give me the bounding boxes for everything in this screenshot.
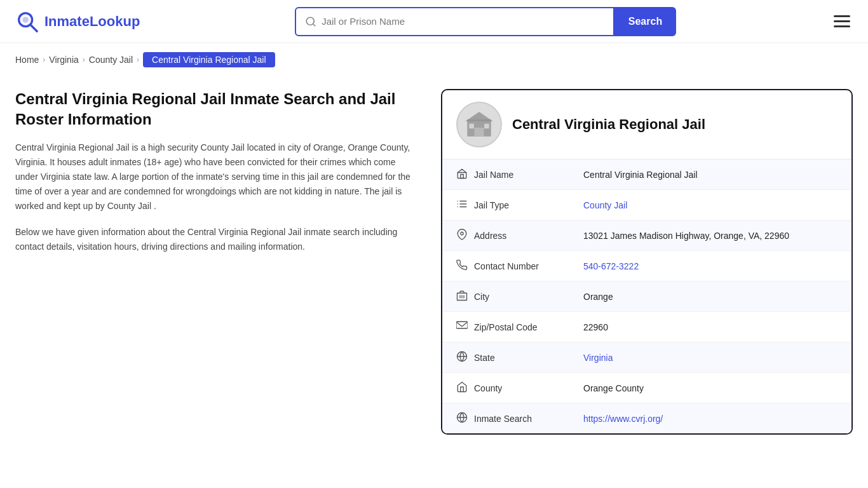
table-row: Contact Number540-672-3222 [442, 251, 851, 281]
svg-rect-10 [467, 119, 491, 121]
row-label-text: Jail Name [474, 170, 513, 180]
row-value-link[interactable]: https://www.cvrj.org/ [583, 414, 663, 424]
row-icon-wrap: Inmate Search [456, 412, 555, 425]
row-label-text: County [474, 383, 502, 393]
search-input[interactable] [322, 16, 604, 27]
row-label-text: Jail Type [474, 200, 509, 210]
globe-icon [456, 351, 468, 364]
svg-point-2 [22, 17, 29, 23]
row-icon-wrap: Address [456, 229, 555, 242]
row-label: City [442, 281, 569, 312]
breadcrumb-county-jail[interactable]: County Jail [89, 55, 133, 65]
svg-line-1 [31, 24, 37, 30]
page-description2: Below we have given information about th… [15, 225, 416, 254]
svg-rect-12 [461, 175, 464, 179]
row-icon-wrap: Zip/Postal Code [456, 320, 555, 334]
breadcrumb-current: Central Virginia Regional Jail [143, 52, 275, 67]
row-value-link[interactable]: County Jail [583, 200, 627, 210]
hamburger-line-3 [834, 25, 850, 27]
globe2-icon [456, 412, 468, 425]
row-icon-wrap: County [456, 381, 555, 395]
svg-rect-9 [484, 124, 489, 129]
row-value[interactable]: https://www.cvrj.org/ [569, 403, 851, 434]
svg-rect-8 [469, 124, 474, 129]
jail-icon [456, 168, 468, 181]
table-row: StateVirginia [442, 342, 851, 373]
logo-icon [15, 10, 39, 34]
svg-rect-7 [475, 128, 484, 137]
search-button[interactable]: Search [614, 7, 676, 36]
breadcrumb-sep-3: › [137, 55, 139, 64]
card-jail-name: Central Virginia Regional Jail [512, 116, 705, 133]
card-header: Central Virginia Regional Jail [442, 90, 851, 159]
logo-text: InmateLookup [44, 13, 140, 30]
row-icon-wrap: Jail Type [456, 198, 555, 212]
table-row: Zip/Postal Code22960 [442, 312, 851, 342]
breadcrumb: Home › Virginia › County Jail › Central … [0, 43, 868, 76]
row-value[interactable]: County Jail [569, 190, 851, 220]
site-header: InmateLookup Search [0, 0, 868, 43]
mail-icon [456, 320, 468, 334]
row-label: Jail Type [442, 190, 569, 220]
row-value-link[interactable]: Virginia [583, 353, 613, 363]
list-icon [456, 198, 468, 212]
row-value: Central Virginia Regional Jail [569, 159, 851, 190]
breadcrumb-virginia[interactable]: Virginia [49, 55, 78, 65]
row-value[interactable]: 540-672-3222 [569, 251, 851, 281]
row-label: State [442, 342, 569, 373]
breadcrumb-sep-1: › [43, 55, 45, 64]
city-icon [456, 290, 468, 303]
row-label: Zip/Postal Code [442, 312, 569, 342]
search-icon [305, 16, 316, 27]
row-value: Orange County [569, 373, 851, 403]
table-row: CityOrange [442, 281, 851, 312]
row-value-link[interactable]: 540-672-3222 [583, 261, 639, 271]
left-column: Central Virginia Regional Jail Inmate Se… [15, 89, 422, 435]
svg-rect-11 [458, 173, 466, 179]
page-title: Central Virginia Regional Jail Inmate Se… [15, 89, 416, 130]
jail-thumbnail [456, 102, 502, 147]
search-input-wrapper [295, 7, 614, 36]
row-value: 13021 James Madison Highway, Orange, VA,… [569, 220, 851, 251]
row-label-text: Contact Number [474, 261, 539, 271]
menu-button[interactable] [831, 13, 853, 30]
row-label-text: Zip/Postal Code [474, 322, 538, 332]
row-label: County [442, 373, 569, 403]
main-content: Central Virginia Regional Jail Inmate Se… [0, 76, 868, 460]
svg-point-19 [461, 232, 464, 235]
table-row: Address13021 James Madison Highway, Oran… [442, 220, 851, 251]
breadcrumb-home[interactable]: Home [15, 55, 39, 65]
row-label-text: State [474, 353, 495, 363]
row-value: Orange [569, 281, 851, 312]
search-bar: Search [295, 7, 676, 36]
right-column: Central Virginia Regional Jail Jail Name… [441, 89, 853, 435]
jail-building-icon [463, 109, 495, 140]
table-row: Inmate Searchhttps://www.cvrj.org/ [442, 403, 851, 434]
row-icon-wrap: State [456, 351, 555, 364]
row-label-text: City [474, 292, 489, 302]
row-label: Address [442, 220, 569, 251]
hamburger-line-2 [834, 20, 850, 22]
row-icon-wrap: City [456, 290, 555, 303]
hamburger-line-1 [834, 15, 850, 17]
info-table: Jail NameCentral Virginia Regional JailJ… [442, 159, 851, 433]
info-card: Central Virginia Regional Jail Jail Name… [441, 89, 853, 435]
svg-line-4 [313, 24, 315, 25]
logo-link[interactable]: InmateLookup [15, 10, 140, 34]
table-row: Jail TypeCounty Jail [442, 190, 851, 220]
row-label: Jail Name [442, 159, 569, 190]
row-label-text: Address [474, 231, 506, 241]
row-label: Contact Number [442, 251, 569, 281]
row-icon-wrap: Jail Name [456, 168, 555, 181]
breadcrumb-sep-2: › [83, 55, 85, 64]
row-icon-wrap: Contact Number [456, 259, 555, 273]
row-value: 22960 [569, 312, 851, 342]
row-label: Inmate Search [442, 403, 569, 434]
page-description: Central Virginia Regional Jail is a high… [15, 140, 416, 214]
row-label-text: Inmate Search [474, 414, 532, 424]
row-value[interactable]: Virginia [569, 342, 851, 373]
table-row: Jail NameCentral Virginia Regional Jail [442, 159, 851, 190]
pin-icon [456, 229, 468, 242]
county-icon [456, 381, 468, 395]
phone-icon [456, 259, 468, 273]
